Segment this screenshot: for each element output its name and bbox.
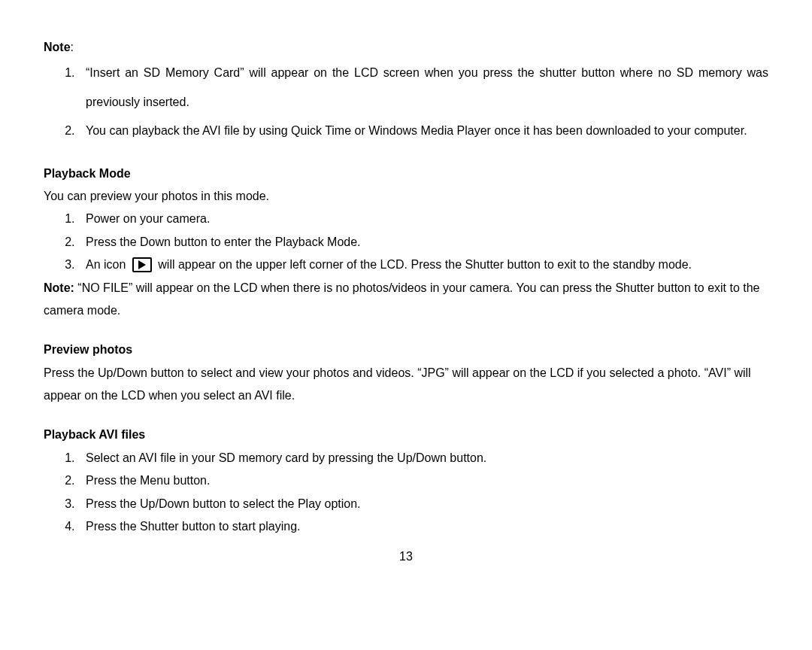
preview-photos-body: Press the Up/Down button to select and v… [44,362,768,408]
playback-avi-steps: Select an AVI file in your SD memory car… [44,447,768,539]
playback-note: Note: “NO FILE” will appear on the LCD w… [44,277,768,323]
list-item: Power on your camera. [78,208,768,230]
list-item: Press the Menu button. [78,469,768,492]
list-item: Press the Shutter button to start playin… [78,515,768,538]
section-heading-playback-mode: Playback Mode [44,162,768,185]
section-heading-preview-photos: Preview photos [44,339,768,361]
section-heading-playback-avi: Playback AVI files [44,424,768,446]
playback-steps: Power on your camera. Press the Down but… [44,208,768,276]
step-text-post: will appear on the upper left corner of … [158,258,692,271]
note-label-inline: Note: [44,281,74,294]
note-list: “Insert an SD Memory Card” will appear o… [44,59,768,145]
page-number: 13 [44,545,768,568]
list-item: “Insert an SD Memory Card” will appear o… [78,59,768,117]
list-item: An icon will appear on the upper left co… [78,254,768,276]
list-item: You can playback the AVI file by using Q… [78,117,768,145]
list-item: Select an AVI file in your SD memory car… [78,447,768,469]
list-item: Press the Up/Down button to select the P… [78,493,768,515]
note-body-text: “NO FILE” will appear on the LCD when th… [44,281,760,317]
list-item: Press the Down button to enter the Playb… [78,231,768,254]
step-text-pre: An icon [86,258,126,271]
note-label: Note [44,41,71,53]
playback-icon [132,257,152,272]
playback-intro: You can preview your photos in this mode… [44,185,768,208]
